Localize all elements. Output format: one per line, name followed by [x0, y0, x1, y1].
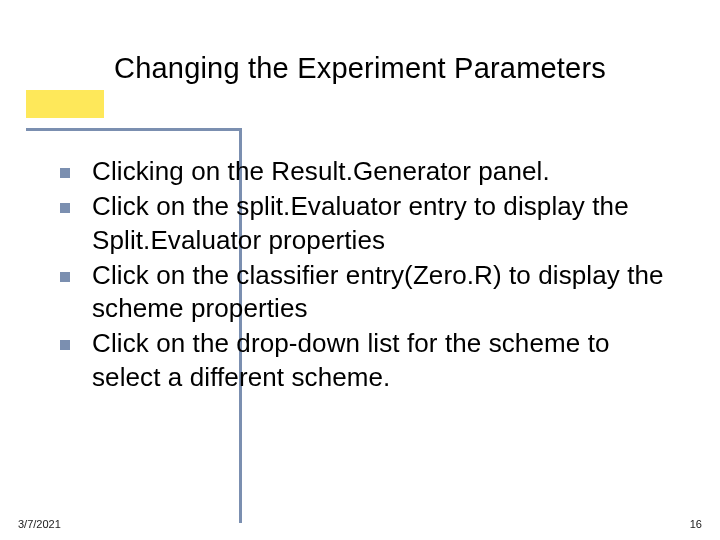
square-bullet-icon: [60, 340, 70, 350]
accent-block: [26, 90, 104, 118]
slide-title: Changing the Experiment Parameters: [114, 50, 674, 86]
bullet-text: Click on the drop-down list for the sche…: [92, 327, 680, 394]
footer-page-number: 16: [690, 518, 702, 530]
bullet-text: Click on the split.Evaluator entry to di…: [92, 190, 680, 257]
divider-horizontal: [26, 128, 242, 131]
bullet-text: Click on the classifier entry(Zero.R) to…: [92, 259, 680, 326]
list-item: Clicking on the Result.Generator panel.: [60, 155, 680, 188]
slide: Changing the Experiment Parameters Click…: [0, 0, 720, 540]
list-item: Click on the classifier entry(Zero.R) to…: [60, 259, 680, 326]
square-bullet-icon: [60, 272, 70, 282]
slide-header: Changing the Experiment Parameters: [0, 24, 720, 134]
slide-body: Clicking on the Result.Generator panel. …: [60, 155, 680, 396]
list-item: Click on the split.Evaluator entry to di…: [60, 190, 680, 257]
square-bullet-icon: [60, 203, 70, 213]
square-bullet-icon: [60, 168, 70, 178]
list-item: Click on the drop-down list for the sche…: [60, 327, 680, 394]
bullet-text: Clicking on the Result.Generator panel.: [92, 155, 550, 188]
footer-date: 3/7/2021: [18, 518, 61, 530]
